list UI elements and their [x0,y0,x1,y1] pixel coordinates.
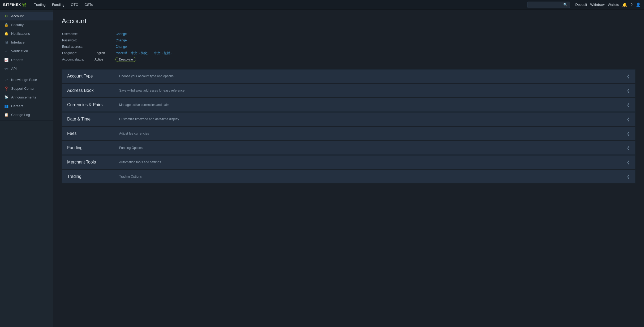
external-link-icon: ↗ [4,78,8,82]
nav-funding[interactable]: Funding [49,0,68,10]
deposit-link[interactable]: Deposit [575,3,587,7]
change-password-link[interactable]: Change [115,38,173,43]
info-values: English Active [95,32,105,62]
people-icon: 👥 [4,104,8,108]
section-title-funding: Funding [67,145,115,150]
section-currencies-pairs[interactable]: Currencies & Pairs Manage active currenc… [62,98,636,112]
label-password: Password: [62,38,84,43]
logo-text: BITFINEX [3,3,21,7]
sidebar-item-api[interactable]: </> API [0,64,53,73]
section-address-book[interactable]: Address Book Save withdrawal addresses f… [62,84,636,97]
section-title-merchant-tools: Merchant Tools [67,160,115,165]
sidebar-item-notifications[interactable]: 🔔 Notifications [0,29,53,38]
sidebar-item-label: Security [11,23,24,27]
section-title-date-time: Date & Time [67,117,115,122]
sidebar-item-label: Announcements [11,95,36,99]
section-card-left: Funding Funding Options [67,145,143,150]
sidebar-item-label: Support Center [11,87,35,91]
section-account-type[interactable]: Account Type Choose your account type an… [62,69,636,83]
section-card-left: Trading Trading Options [67,174,142,179]
section-fees[interactable]: Fees Adjust fee currencies ❮ [62,127,636,140]
sidebar-item-label: Notifications [11,32,30,36]
topnav-links: Trading Funding OTC CSTs [31,0,96,10]
topnav: BITFINEX 🌿 Trading Funding OTC CSTs 🔍 De… [0,0,644,10]
section-trading[interactable]: Trading Trading Options ❮ [62,170,636,183]
search-icon: 🔍 [563,3,568,7]
section-desc-date-time: Customize timezone and date/time display [119,117,179,121]
chart-icon: 📈 [4,58,8,62]
help-icon[interactable]: ? [630,2,633,7]
wallets-link[interactable]: Wallets [608,3,619,7]
chevron-left-icon: ❮ [627,174,630,179]
section-merchant-tools[interactable]: Merchant Tools Automation tools and sett… [62,155,636,169]
chevron-left-icon: ❮ [627,160,630,164]
logo-leaf: 🌿 [22,3,27,7]
logo[interactable]: BITFINEX 🌿 [3,3,27,7]
lang-simplified-chinese[interactable]: 中文（简化） [131,51,150,55]
search-input[interactable] [530,3,562,7]
value-username [95,32,105,36]
chevron-left-icon: ❮ [627,131,630,136]
chevron-left-icon: ❮ [627,88,630,93]
chevron-left-icon: ❮ [627,117,630,121]
sidebar-item-account[interactable]: ⚙ Account [0,12,53,20]
section-card-left: Address Book Save withdrawal addresses f… [67,88,184,93]
section-card-left: Date & Time Customize timezone and date/… [67,117,179,122]
support-icon: ❓ [4,87,8,91]
section-title-account-type: Account Type [67,74,115,79]
sidebar-item-reports[interactable]: 📈 Reports [0,55,53,64]
section-cards: Account Type Choose your account type an… [62,69,636,183]
sidebar-external-section: ↗ Knowledge Base ❓ Support Center 📡 Anno… [0,75,53,121]
antenna-icon: 📡 [4,95,8,99]
page-title: Account [62,17,636,25]
gear-icon: ⚙ [4,14,8,18]
change-username-link[interactable]: Change [115,32,173,36]
chevron-left-icon: ❮ [627,103,630,107]
lang-traditional-chinese[interactable]: 中文（繁體） [154,51,173,55]
sidebar-main-section: ⚙ Account 🔒 Security 🔔 Notifications 🖥 I… [0,12,53,74]
label-email: Email address: [62,44,84,49]
section-card-left: Currencies & Pairs Manage active currenc… [67,102,169,107]
nav-csts[interactable]: CSTs [81,0,96,10]
sidebar-item-announcements[interactable]: 📡 Announcements [0,93,53,102]
section-card-left: Account Type Choose your account type an… [67,74,174,79]
lang-russian[interactable]: русский [115,51,127,55]
label-account-status: Account status: [62,57,84,62]
sidebar-item-label: Reports [11,58,23,62]
withdraw-link[interactable]: Withdraw [590,3,604,7]
section-desc-currencies-pairs: Manage active currencies and pairs [119,103,169,107]
sidebar-item-knowledge-base[interactable]: ↗ Knowledge Base [0,75,53,84]
value-email [95,44,105,49]
section-title-address-book: Address Book [67,88,115,93]
info-actions: Change Change Change русский , 中文（简化） , … [115,32,173,62]
sidebar-item-label: API [11,67,17,71]
section-card-left: Merchant Tools Automation tools and sett… [67,160,161,165]
section-date-time[interactable]: Date & Time Customize timezone and date/… [62,112,636,126]
sidebar-item-label: Account [11,14,24,18]
bell-icon[interactable]: 🔔 [622,2,627,7]
value-password [95,38,105,43]
nav-trading[interactable]: Trading [31,0,49,10]
info-labels: Username: Password: Email address: Langu… [62,32,84,62]
search-bar[interactable]: 🔍 [527,2,570,8]
sidebar-item-verification[interactable]: ✓ Verification [0,47,53,55]
sidebar-item-careers[interactable]: 👥 Careers [0,102,53,110]
section-card-left: Fees Adjust fee currencies [67,131,149,136]
checkmark-icon: ✓ [4,49,8,53]
code-icon: </> [4,67,8,70]
section-desc-funding: Funding Options [119,146,143,150]
sidebar-item-label: Knowledge Base [11,78,37,82]
user-icon[interactable]: 👤 [636,2,641,7]
section-funding[interactable]: Funding Funding Options ❮ [62,141,636,155]
change-email-link[interactable]: Change [115,44,173,49]
sidebar-item-interface[interactable]: 🖥 Interface [0,38,53,47]
section-title-fees: Fees [67,131,115,136]
chevron-left-icon: ❮ [627,74,630,78]
sidebar-item-change-log[interactable]: 📋 Change Log [0,110,53,119]
sidebar-item-label: Interface [11,40,25,44]
nav-otc[interactable]: OTC [68,0,81,10]
sidebar-item-security[interactable]: 🔒 Security [0,20,53,29]
sidebar-item-support-center[interactable]: ❓ Support Center [0,84,53,93]
deactivate-button[interactable]: Deactivate [115,57,136,62]
section-desc-merchant-tools: Automation tools and settings [119,160,161,164]
